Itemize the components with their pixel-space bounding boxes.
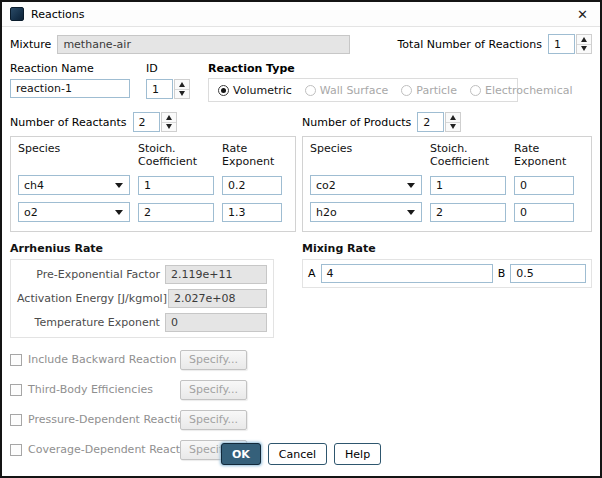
radio-electrochemical[interactable]: Electrochemical: [470, 84, 573, 97]
products-count-arrows[interactable]: [445, 112, 461, 132]
pre-exponential-input: 2.119e+11: [165, 265, 267, 284]
radio-label: Wall Surface: [320, 84, 388, 97]
reaction-header-row: Reaction Name reaction-1 ID 1 Reaction T…: [10, 62, 592, 102]
radio-icon[interactable]: [305, 85, 316, 96]
footer-buttons: OK Cancel Help: [2, 443, 600, 465]
product-row: co2 1 0: [310, 175, 584, 195]
reactants-count-spinner[interactable]: 2: [133, 112, 177, 132]
spinner-up-icon[interactable]: [162, 113, 176, 122]
reactant-rate-input[interactable]: 0.2: [222, 176, 282, 195]
titlebar: Reactions ✕: [2, 2, 600, 27]
reactant-row: o2 2 1.3: [18, 202, 288, 222]
spinner-down-icon[interactable]: [446, 122, 460, 132]
pressure-dependent-checkbox[interactable]: [10, 414, 22, 426]
reaction-id-group: ID 1: [146, 62, 192, 102]
reaction-type-label: Reaction Type: [208, 62, 295, 75]
radio-icon[interactable]: [401, 85, 412, 96]
total-reactions-value[interactable]: 1: [548, 34, 575, 54]
radio-wall-surface[interactable]: Wall Surface: [305, 84, 388, 97]
reactants-count-value[interactable]: 2: [133, 112, 160, 132]
reactants-table: Species Stoich. Coefficient Rate Exponen…: [10, 136, 296, 232]
total-reactions-spinner[interactable]: 1: [548, 34, 592, 54]
mixing-rate-fields: A 4 B 0.5: [302, 259, 592, 288]
products-count-spinner[interactable]: 2: [417, 112, 461, 132]
product-stoich-input[interactable]: 1: [430, 176, 506, 195]
spinner-up-icon[interactable]: [446, 113, 460, 122]
reactant-row: ch4 1 0.2: [18, 175, 288, 195]
product-species-select[interactable]: co2: [310, 175, 422, 195]
backward-reaction-label: Include Backward Reaction: [28, 353, 180, 366]
rate-header: Rate Exponent: [222, 142, 282, 168]
arrhenius-fields: Pre-Exponential Factor 2.119e+11 Activat…: [10, 259, 274, 338]
products-header: Species Stoich. Coefficient Rate Exponen…: [310, 142, 584, 168]
id-label: ID: [146, 62, 158, 75]
id-spinner-arrows[interactable]: [174, 79, 190, 99]
option-row: Include Backward Reaction Specify...: [10, 349, 296, 370]
spinner-up-icon[interactable]: [577, 35, 591, 44]
radio-icon[interactable]: [218, 85, 229, 96]
product-stoich-input[interactable]: 2: [430, 203, 506, 222]
backward-specify-button[interactable]: Specify...: [180, 350, 247, 370]
selected-species: o2: [24, 206, 38, 219]
products-count-label: Number of Products: [302, 116, 411, 129]
mixture-label: Mixture: [10, 38, 51, 51]
reactant-stoich-input[interactable]: 2: [138, 203, 214, 222]
radio-volumetric[interactable]: Volumetric: [218, 84, 292, 97]
option-row: Pressure-Dependent Reaction Specify...: [10, 409, 296, 430]
reaction-name-group: Reaction Name reaction-1: [10, 62, 130, 102]
reaction-type-group: Reaction Type Volumetric Wall Surface Pa…: [208, 62, 518, 102]
products-count-value[interactable]: 2: [417, 112, 444, 132]
reactant-species-select[interactable]: ch4: [18, 175, 130, 195]
reactants-header: Species Stoich. Coefficient Rate Exponen…: [18, 142, 288, 168]
temperature-exponent-label: Temperature Exponent: [17, 316, 160, 329]
id-value[interactable]: 1: [146, 79, 173, 99]
mixing-b-input[interactable]: 0.5: [510, 264, 586, 283]
help-button[interactable]: Help: [334, 443, 381, 465]
reactant-stoich-input[interactable]: 1: [138, 176, 214, 195]
product-rate-input[interactable]: 0: [514, 176, 574, 195]
reaction-type-options: Volumetric Wall Surface Particle Electro…: [208, 78, 518, 102]
backward-reaction-checkbox[interactable]: [10, 354, 22, 366]
spinner-down-icon[interactable]: [162, 122, 176, 132]
third-body-specify-button[interactable]: Specify...: [180, 380, 247, 400]
selected-species: co2: [316, 179, 336, 192]
pressure-specify-button[interactable]: Specify...: [180, 410, 247, 430]
reactant-rate-input[interactable]: 1.3: [222, 203, 282, 222]
product-species-select[interactable]: h2o: [310, 202, 422, 222]
close-icon[interactable]: ✕: [574, 6, 591, 23]
products-column: Number of Products 2 Species Stoich. Coe…: [302, 111, 592, 288]
reactants-count-row: Number of Reactants 2: [10, 111, 296, 133]
ok-button[interactable]: OK: [221, 443, 261, 465]
chevron-down-icon: [115, 210, 123, 215]
arrhenius-field-row: Temperature Exponent 0: [17, 313, 267, 332]
reactants-count-arrows[interactable]: [161, 112, 177, 132]
cancel-button[interactable]: Cancel: [268, 443, 327, 465]
spinner-up-icon[interactable]: [175, 80, 189, 89]
pressure-dependent-label: Pressure-Dependent Reaction: [28, 413, 180, 426]
pre-exponential-label: Pre-Exponential Factor: [17, 268, 160, 281]
radio-icon[interactable]: [470, 85, 481, 96]
stoich-header: Stoich. Coefficient: [138, 142, 214, 168]
reactions-dialog: Reactions ✕ Mixture methane-air Total Nu…: [0, 0, 602, 478]
arrhenius-title: Arrhenius Rate: [10, 242, 296, 255]
reactant-species-select[interactable]: o2: [18, 202, 130, 222]
radio-particle[interactable]: Particle: [401, 84, 457, 97]
total-reactions-arrows[interactable]: [576, 34, 592, 54]
id-spinner[interactable]: 1: [146, 79, 190, 99]
third-body-checkbox[interactable]: [10, 384, 22, 396]
species-header: Species: [310, 142, 422, 168]
mixing-a-label: A: [308, 267, 316, 280]
spinner-down-icon[interactable]: [577, 44, 591, 54]
species-header: Species: [18, 142, 130, 168]
reaction-name-input[interactable]: reaction-1: [10, 79, 130, 98]
products-table: Species Stoich. Coefficient Rate Exponen…: [302, 136, 592, 232]
product-row: h2o 2 0: [310, 202, 584, 222]
radio-label: Particle: [416, 84, 457, 97]
activation-energy-label: Activation Energy [J/kgmol]: [17, 292, 163, 305]
mixing-b-label: B: [498, 267, 506, 280]
spinner-down-icon[interactable]: [175, 89, 189, 99]
product-rate-input[interactable]: 0: [514, 203, 574, 222]
mixing-a-input[interactable]: 4: [321, 264, 493, 283]
third-body-label: Third-Body Efficiencies: [28, 383, 180, 396]
radio-label: Volumetric: [233, 84, 292, 97]
